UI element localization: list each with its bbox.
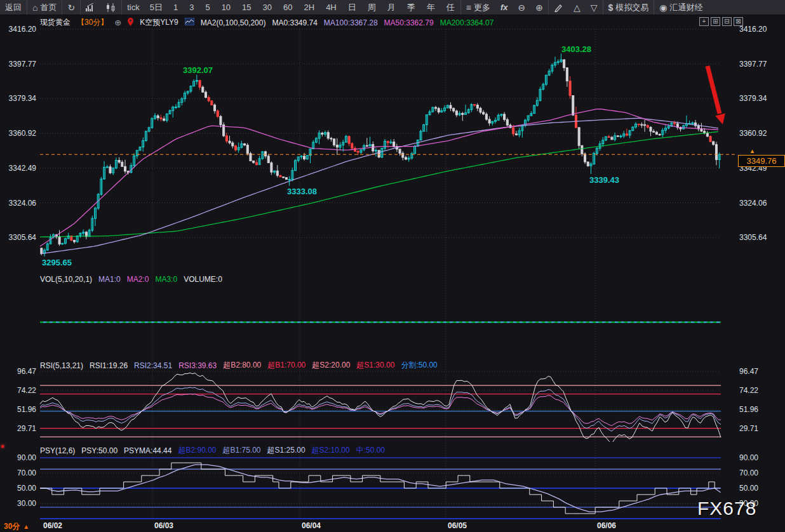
toolbar-item-candle-chart[interactable] <box>101 0 121 15</box>
toolbar-item-zoom-out[interactable]: ⊖ <box>513 0 531 15</box>
rsi-axis-tick-r-2: 51.96 <box>739 405 758 414</box>
toolbar-item-m10[interactable]: 10 <box>216 0 236 15</box>
toolbar-item-m1[interactable]: 1 <box>168 0 184 15</box>
toolbar-item-label: 模拟交易 <box>615 2 648 13</box>
toolbar-item-m3[interactable]: 3 <box>184 0 199 15</box>
pane-collapse-icon[interactable]: ⊠ <box>734 17 743 26</box>
down-arrow-annotation <box>715 114 725 125</box>
toolbar-item-back[interactable]: 返回 <box>0 0 27 15</box>
menu-icon: ≡ <box>466 3 471 12</box>
toolbar-item-refresh[interactable]: ↻ <box>62 0 80 15</box>
pane-corner-tools: +⊞⊟⊠ <box>699 17 743 26</box>
toolbar-item-bar-chart[interactable] <box>80 0 101 15</box>
time-axis: 30分 ▲ 06/0206/0306/0406/0506/06 <box>0 519 785 532</box>
crosshair-icon[interactable]: + <box>699 17 709 26</box>
rsi-header-value-7: 分割:50.00 <box>401 360 437 371</box>
annotation-swing-low-1: 3333.08 <box>287 187 317 196</box>
price-axis-tick-l-3: 3360.92 <box>0 129 36 138</box>
price-axis-tick-l-1: 3397.77 <box>0 60 36 69</box>
psy-header-value-2: 超B2:90.00 <box>178 445 216 456</box>
toolbar-item-label: 首页 <box>40 2 57 13</box>
psy-axis-tick-r-0: 90.00 <box>739 453 758 462</box>
date-label-3: 06/05 <box>448 521 467 530</box>
main-header-value-1: MA100:3367.28 <box>324 18 378 27</box>
psy-axis-tick-l-0: 90.00 <box>0 453 36 462</box>
main-header: 现货黄金【30分】⊕K空预YLY9MA2(0,100,50,200)MA0:33… <box>40 17 493 28</box>
toolbar-item-5d[interactable]: 5日 <box>145 0 168 15</box>
rsi-header-value-4: 超B1:70.00 <box>267 360 305 371</box>
toolbar-item-m5[interactable]: 5 <box>199 0 215 15</box>
toolbar-item-sim-trade[interactable]: $模拟交易 <box>603 0 654 15</box>
toolbar-item-year[interactable]: 年 <box>421 0 441 15</box>
toolbar-item-label: 汇通财经 <box>670 2 703 13</box>
toolbar-item-custom[interactable]: 任 <box>441 0 460 15</box>
chart-plot[interactable] <box>0 0 785 519</box>
psy-header-title: PSY(12,6) <box>40 446 75 455</box>
toolbar-item-label: 任 <box>446 2 455 13</box>
psy-axis-tick-r-1: 70.00 <box>739 469 758 477</box>
toolbar-item-label: 年 <box>427 2 435 13</box>
price-axis-tick-r-1: 3397.77 <box>739 60 767 69</box>
price-axis-tick-r-2: 3379.34 <box>739 94 767 103</box>
toolbar-item-more[interactable]: ≡更多 <box>460 0 495 15</box>
toolbar-item-zoom-in[interactable]: ⊕ <box>530 0 548 15</box>
price-axis-tick-l-0: 3416.20 <box>0 25 36 34</box>
refresh-icon: ↻ <box>67 3 75 12</box>
toolbar-item-label: 2H <box>304 3 315 12</box>
toolbar-item-home[interactable]: ⌂首页 <box>27 0 62 15</box>
rsi-header: RSI(5,13,21)RSI1:19.26RSI2:34.51RSI3:39.… <box>40 360 438 371</box>
toolbar-item-fx[interactable]: fx <box>495 0 513 15</box>
rsi-axis-tick-l-3: 29.71 <box>0 424 36 433</box>
rsi-header-value-3: 超B2:80.00 <box>223 360 261 371</box>
annotation-swing-high-2: 3403.28 <box>561 44 591 54</box>
toolbar-item-tri-down[interactable]: ▽ <box>586 0 603 15</box>
toolbar-item-tick[interactable]: tick <box>121 0 145 15</box>
price-axis-tick-r-3: 3360.92 <box>739 129 767 138</box>
toolbar-item-label: 3 <box>189 3 194 12</box>
main-header-value-3: MA200:3364.07 <box>440 18 494 27</box>
toolbar-item-m30[interactable]: 30 <box>257 0 278 15</box>
toolbar-item-label: 日 <box>348 2 356 13</box>
period-label: 30分 <box>4 521 20 532</box>
vol-header-value-1: MA2:0 <box>127 275 149 284</box>
app-window: 返回⌂首页↻tick5日135101530602H4H日周月季年任≡更多fx⊖⊕… <box>0 0 785 532</box>
toolbar-item-m60[interactable]: 60 <box>278 0 298 15</box>
pin-icon[interactable] <box>128 18 133 28</box>
toolbar-item-tri-up[interactable]: △ <box>568 0 586 15</box>
toolbar-item-label: 30 <box>263 3 272 12</box>
rsi-axis-tick-r-1: 74.22 <box>739 386 758 395</box>
toolbar-item-label: 4H <box>326 3 337 12</box>
vol-header-value-3: VOLUME:0 <box>184 275 222 284</box>
candle-chart-icon <box>106 3 116 12</box>
toolbar-item-week[interactable]: 周 <box>362 0 382 15</box>
annotation-session-low: 3295.65 <box>42 258 72 267</box>
toolbar-item-month[interactable]: 月 <box>382 0 401 15</box>
pane-layout-left-icon[interactable]: ⊞ <box>711 17 720 26</box>
rsi-axis-tick-r-3: 29.71 <box>739 424 758 433</box>
toolbar-item-h4[interactable]: 4H <box>320 0 342 15</box>
rsi-axis-tick-l-0: 96.47 <box>0 367 36 376</box>
period-badge[interactable]: 30分 ▲ <box>4 521 29 532</box>
study-chart-icon <box>185 18 194 27</box>
toolbar-item-label: 5 <box>205 3 210 12</box>
compare-icon[interactable]: ⊕ <box>114 18 121 27</box>
zoom-out-icon: ⊖ <box>518 3 526 12</box>
last-price-marker-icon: ▲ <box>749 148 755 154</box>
toolbar-item-m15[interactable]: 15 <box>236 0 257 15</box>
psy-header-value-6: 中:50.00 <box>356 445 385 456</box>
toolbar-item-label: tick <box>127 3 140 12</box>
toolbar-item-day[interactable]: 日 <box>342 0 362 15</box>
toolbar-item-h2[interactable]: 2H <box>299 0 321 15</box>
symbol-name: 现货黄金 <box>40 17 70 28</box>
price-axis-tick-l-2: 3379.34 <box>0 94 36 103</box>
toolbar-item-draw[interactable] <box>548 0 568 15</box>
toolbar-item-brand[interactable]: ◉汇通财经 <box>654 0 708 15</box>
toolbar-item-quarter[interactable]: 季 <box>401 0 421 15</box>
triangle-up-icon: ▲ <box>23 523 29 530</box>
toolbar-item-label: 15 <box>242 3 251 12</box>
psy-axis-tick-l-3: 30.00 <box>0 499 36 508</box>
main-header-value-2: MA50:3362.79 <box>384 18 434 27</box>
pane-layout-right-icon[interactable]: ⊟ <box>722 17 732 26</box>
price-axis-tick-r-5: 3324.06 <box>739 199 767 208</box>
home-icon: ⌂ <box>32 3 37 12</box>
